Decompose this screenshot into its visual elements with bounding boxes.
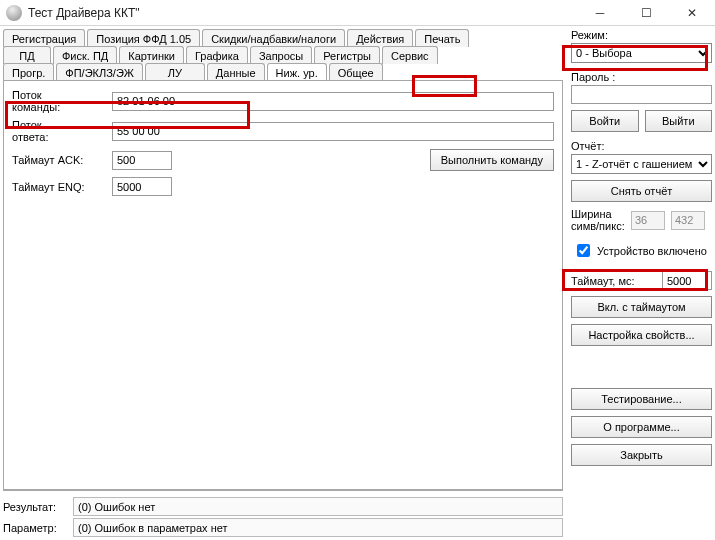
close-button[interactable]: ✕: [669, 0, 715, 26]
tab-page-low-level: Поток команды: Поток ответа: Таймаут ACK…: [3, 80, 563, 490]
device-on-label: Устройство включено: [597, 245, 707, 257]
login-button[interactable]: Войти: [571, 110, 639, 132]
width-chars-input: [631, 211, 665, 230]
tab-graphics[interactable]: Графика: [186, 46, 248, 64]
about-button[interactable]: О программе...: [571, 416, 712, 438]
tab-pictures[interactable]: Картинки: [119, 46, 184, 64]
minimize-button[interactable]: ─: [577, 0, 623, 26]
timeout-ms-label: Таймаут, мс:: [571, 275, 656, 287]
timeout-enq-input[interactable]: [112, 177, 172, 196]
side-panel: Режим: 0 - Выбора Пароль : Войти Выйти О…: [567, 29, 712, 537]
tab-low-level[interactable]: Ниж. ур.: [267, 63, 327, 81]
tab-actions[interactable]: Действия: [347, 29, 413, 47]
take-report-button[interactable]: Снять отчёт: [571, 180, 712, 202]
maximize-button[interactable]: ☐: [623, 0, 669, 26]
timeout-enq-label: Таймаут ENQ:: [12, 181, 112, 193]
param-label: Параметр:: [3, 522, 73, 534]
tab-queries[interactable]: Запросы: [250, 46, 312, 64]
width-px-input: [671, 211, 705, 230]
main-panel: Регистрация Позиция ФФД 1.05 Скидки/надб…: [3, 29, 567, 537]
mode-label: Режим:: [571, 29, 712, 41]
tab-discounts[interactable]: Скидки/надбавки/налоги: [202, 29, 345, 47]
app-icon: [6, 5, 22, 21]
tab-registers[interactable]: Регистры: [314, 46, 380, 64]
logout-button[interactable]: Выйти: [645, 110, 713, 132]
tab-progr[interactable]: Прогр.: [3, 63, 54, 81]
param-value: (0) Ошибок в параметрах нет: [73, 518, 563, 537]
tab-row-1: Регистрация Позиция ФФД 1.05 Скидки/надб…: [3, 29, 563, 47]
testing-button[interactable]: Тестирование...: [571, 388, 712, 410]
window-title: Тест Драйвера ККТ": [28, 6, 577, 20]
timeout-ms-input[interactable]: [662, 271, 712, 290]
properties-button[interactable]: Настройка свойств...: [571, 324, 712, 346]
width-label: Ширина симв/пикс:: [571, 208, 625, 232]
tab-position-ffd[interactable]: Позиция ФФД 1.05: [87, 29, 200, 47]
timeout-ack-input[interactable]: [112, 151, 172, 170]
result-label: Результат:: [3, 501, 73, 513]
password-label: Пароль :: [571, 71, 712, 83]
ans-stream-input[interactable]: [112, 122, 554, 141]
report-select[interactable]: 1 - Z-отчёт с гашением: [571, 154, 712, 174]
tab-lu[interactable]: ЛУ: [145, 63, 205, 81]
report-label: Отчёт:: [571, 140, 712, 152]
tab-service[interactable]: Сервис: [382, 46, 438, 64]
cmd-stream-input[interactable]: [112, 92, 554, 111]
cmd-stream-label: Поток команды:: [12, 89, 112, 113]
titlebar: Тест Драйвера ККТ" ─ ☐ ✕: [0, 0, 715, 26]
enable-with-timeout-button[interactable]: Вкл. с таймаутом: [571, 296, 712, 318]
tab-pd[interactable]: ПД: [3, 46, 51, 64]
result-value: (0) Ошибок нет: [73, 497, 563, 516]
tab-print[interactable]: Печать: [415, 29, 469, 47]
tab-general[interactable]: Общее: [329, 63, 383, 81]
tab-fp-eklz[interactable]: ФП/ЭКЛЗ/ЭЖ: [56, 63, 143, 81]
device-on-checkbox[interactable]: [577, 244, 590, 257]
mode-select[interactable]: 0 - Выбора: [571, 43, 712, 63]
tab-registration[interactable]: Регистрация: [3, 29, 85, 47]
tab-data[interactable]: Данные: [207, 63, 265, 81]
status-area: Результат: (0) Ошибок нет Параметр: (0) …: [3, 490, 563, 537]
tab-row-2: ПД Фиск. ПД Картинки Графика Запросы Рег…: [3, 46, 563, 64]
password-input[interactable]: [571, 85, 712, 104]
ans-stream-label: Поток ответа:: [12, 119, 112, 143]
close-app-button[interactable]: Закрыть: [571, 444, 712, 466]
tab-row-3: Прогр. ФП/ЭКЛЗ/ЭЖ ЛУ Данные Ниж. ур. Общ…: [3, 63, 563, 81]
execute-command-button[interactable]: Выполнить команду: [430, 149, 554, 171]
tab-fisk-pd[interactable]: Фиск. ПД: [53, 46, 117, 64]
timeout-ack-label: Таймаут ACK:: [12, 154, 112, 166]
